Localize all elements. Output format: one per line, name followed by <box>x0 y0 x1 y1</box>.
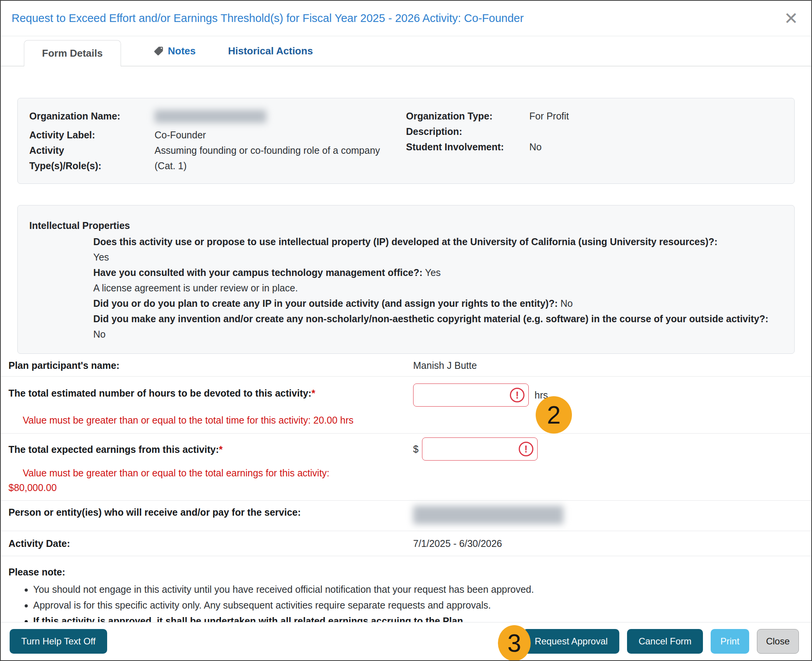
earnings-label: The total expected earnings from this ac… <box>8 434 413 456</box>
activity-date-value: 7/1/2025 - 6/30/2026 <box>413 537 804 550</box>
hours-input-wrapper: ! <box>413 383 529 407</box>
tab-form-details-label: Form Details <box>42 47 103 59</box>
org-name-value-redacted <box>155 108 401 127</box>
org-type-label: Organization Type: <box>406 108 530 124</box>
tab-notes-label: Notes <box>168 45 196 57</box>
error-icon: ! <box>510 388 525 402</box>
hours-error-message: Value must be greater than or equal to t… <box>8 413 804 427</box>
hours-label: The total estimated number of hours to b… <box>8 377 413 400</box>
dialog-footer: Turn Help Text Off Request Approval Canc… <box>1 622 811 660</box>
tag-icon <box>153 46 164 56</box>
please-note-title: Please note: <box>8 565 804 579</box>
required-asterisk: * <box>311 388 315 399</box>
required-asterisk: * <box>219 444 223 455</box>
tab-historical-actions[interactable]: Historical Actions <box>228 45 313 57</box>
ip-panel-title: Intellectual Properties <box>29 217 783 234</box>
payer-label: Person or entity(ies) who will receive a… <box>8 506 413 519</box>
payer-value-redacted <box>413 506 804 526</box>
participant-label: Plan participant's name: <box>8 359 413 372</box>
intellectual-properties-panel: Intellectual Properties Does this activi… <box>17 205 795 354</box>
earnings-row: The total expected earnings from this ac… <box>1 434 811 501</box>
activity-label-label: Activity Label: <box>29 127 155 143</box>
participant-value: Manish J Butte <box>413 359 804 372</box>
ip-question-use-ip: Does this activity use or propose to use… <box>93 234 783 265</box>
org-type-value: For Profit <box>530 108 776 124</box>
org-panel-right-column: Organization Type: For Profit Descriptio… <box>406 108 783 173</box>
hours-row: The total estimated number of hours to b… <box>1 377 811 434</box>
close-button[interactable]: Close <box>757 629 799 654</box>
redacted-blur <box>155 110 266 123</box>
redacted-blur <box>413 506 563 524</box>
step-badge-2: 2 <box>536 396 572 434</box>
step-badge-3: 3 <box>498 625 531 661</box>
student-involvement-value: No <box>530 139 776 155</box>
activity-label-value: Co-Founder <box>155 127 401 143</box>
tab-bar: Form Details Notes Historical Actions <box>1 36 811 66</box>
description-value <box>530 124 776 139</box>
participant-row: Plan participant's name: Manish J Butte <box>1 354 811 377</box>
ip-license-statement: A license agreement is under review or i… <box>93 280 783 296</box>
earnings-input-wrapper: ! <box>422 437 538 461</box>
note-bullet: You should not engage in this activity u… <box>33 583 804 595</box>
dialog-header: Request to Exceed Effort and/or Earnings… <box>1 1 811 36</box>
tab-notes[interactable]: Notes <box>153 45 196 57</box>
description-label: Description: <box>406 124 530 139</box>
activity-date-row: Activity Date: 7/1/2025 - 6/30/2026 <box>1 531 811 556</box>
request-approval-button[interactable]: Request Approval <box>523 629 619 654</box>
dollar-prefix: $ <box>413 444 419 455</box>
activity-type-label: Activity Type(s)/Role(s): <box>29 143 120 173</box>
ip-question-consulted-office: Have you consulted with your campus tech… <box>93 265 783 280</box>
close-icon[interactable]: ✕ <box>784 10 798 27</box>
dialog-title: Request to Exceed Effort and/or Earnings… <box>12 12 524 25</box>
tab-form-details[interactable]: Form Details <box>24 40 121 66</box>
payer-row: Person or entity(ies) who will receive a… <box>1 501 811 531</box>
org-panel-left-column: Organization Name: Activity Label: Co-Fo… <box>29 108 406 173</box>
org-name-label: Organization Name: <box>29 108 155 127</box>
ip-items: Does this activity use or propose to use… <box>93 234 783 342</box>
note-bullet: Approval is for this specific activity o… <box>33 599 804 611</box>
modal-dialog: Request to Exceed Effort and/or Earnings… <box>0 0 812 661</box>
error-icon: ! <box>519 442 533 456</box>
turn-help-text-off-button[interactable]: Turn Help Text Off <box>10 629 107 654</box>
earnings-error-message: Value must be greater than or equal to t… <box>8 466 355 495</box>
student-involvement-label: Student Involvement: <box>406 139 530 155</box>
cancel-form-button[interactable]: Cancel Form <box>627 629 703 654</box>
print-button[interactable]: Print <box>711 629 749 654</box>
organization-info-panel: Organization Name: Activity Label: Co-Fo… <box>17 98 795 184</box>
ip-question-create-ip: Did you or do you plan to create any IP … <box>93 296 783 311</box>
tab-historical-actions-label: Historical Actions <box>228 45 313 57</box>
ip-question-invention: Did you make any invention and/or create… <box>93 311 783 342</box>
activity-date-label: Activity Date: <box>8 537 413 550</box>
activity-type-value: Assuming founding or co-founding role of… <box>155 143 401 173</box>
